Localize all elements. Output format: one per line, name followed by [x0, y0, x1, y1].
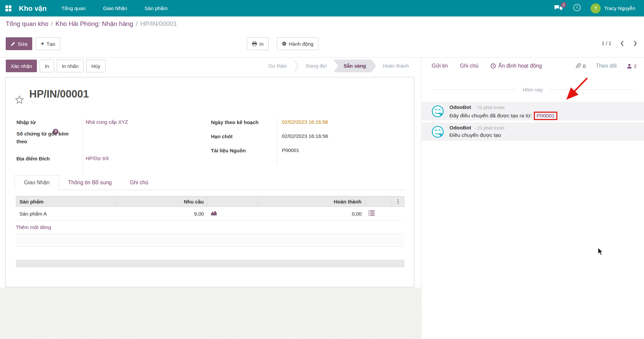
tab-additional-info[interactable]: Thông tin Bổ sung	[59, 176, 121, 190]
messages-button[interactable]: 2	[554, 4, 563, 12]
message-author[interactable]: OdooBot	[449, 104, 471, 110]
follow-button[interactable]: Theo dõi	[596, 63, 616, 69]
deadline-value: 02/02/2023 16:16:56	[282, 133, 328, 139]
cancel-button[interactable]: Hủy	[86, 60, 105, 72]
state-draft[interactable]: Dự thảo	[262, 60, 293, 72]
form-view: Xác nhận In In nhãn Hủy Dự thảo Đang đợi…	[0, 58, 421, 339]
user-avatar: T	[591, 3, 601, 13]
top-navbar: Kho vận Tổng quan Giao Nhận Sản phẩm 2	[0, 0, 644, 16]
pager-next-icon[interactable]: ❯	[633, 40, 637, 46]
state-pipeline: Dự thảo Đang đợi Sẵn sàng Hoàn thành	[262, 60, 416, 72]
followers-count: 2	[634, 63, 637, 69]
view-background	[0, 288, 421, 339]
message[interactable]: OdooBot - 21 phút trước Đây điều chuyển …	[422, 102, 644, 120]
column-product[interactable]: Sản phẩm	[16, 196, 117, 207]
statusbar-buttons: Xác nhận In In nhãn Hủy	[6, 60, 105, 72]
create-button[interactable]: + Tạo	[36, 37, 60, 50]
table-header-row: Sản phẩm Nhu cầu Hoàn thành ⋮	[16, 196, 404, 207]
tab-note[interactable]: Ghi chú	[121, 176, 157, 190]
partner-field-value[interactable]: Nhà cung cấp XYZ	[86, 119, 128, 125]
schedule-activity-button[interactable]: Ấn định hoạt động	[490, 63, 542, 69]
user-name: Tracy Nguyễn	[604, 5, 635, 11]
cell-demand[interactable]: 9,00	[117, 207, 207, 221]
messages-badge: 2	[561, 2, 566, 8]
chatter-actions: Gửi tin Ghi chú Ấn định hoạt động	[432, 63, 542, 69]
statusbar: Xác nhận In In nhãn Hủy Dự thảo Đang đợi…	[6, 59, 416, 73]
add-line-link[interactable]: Thêm một dòng	[16, 224, 51, 230]
print-action-buttons: In Hành động	[247, 37, 318, 50]
message-time: - 21 phút trước	[475, 125, 505, 130]
state-waiting[interactable]: Đang đợi	[299, 60, 334, 72]
message[interactable]: OdooBot - 21 phút trước Điều chuyển được…	[422, 122, 644, 141]
gear-icon	[282, 41, 287, 46]
favorite-star-button[interactable]	[14, 95, 25, 106]
table-row[interactable]: Sản phẩm A 9,00 0,00	[16, 207, 404, 221]
scheduled-date-value[interactable]: 02/02/2023 16:16:56	[282, 119, 328, 125]
message-author[interactable]: OdooBot	[449, 125, 471, 130]
activity-clock-icon	[490, 63, 496, 69]
apps-grid-icon	[5, 5, 11, 11]
empty-table-row	[16, 234, 404, 247]
scheduled-date-label: Ngày theo kế hoạch	[211, 118, 271, 126]
pencil-icon	[11, 41, 15, 46]
activities-button[interactable]	[573, 3, 581, 13]
origin-field-label: Số chứng từ gốc kèm theo	[16, 130, 77, 146]
send-message-button[interactable]: Gửi tin	[432, 63, 448, 69]
cell-product[interactable]: Sản phẩm A	[16, 207, 117, 221]
breadcrumb-overview[interactable]: Tổng quan kho	[6, 20, 48, 27]
log-note-button[interactable]: Ghi chú	[460, 63, 478, 69]
deadline-label: Hạn chót	[211, 133, 271, 140]
breadcrumb-current: HP/IN/00001	[140, 20, 177, 27]
notebook-tabs: Giao Nhận Thông tin Bổ sung Ghi chú	[14, 176, 405, 190]
plus-icon: +	[41, 40, 44, 47]
optional-columns-icon[interactable]: ⋮	[392, 196, 404, 207]
column-demand[interactable]: Nhu cầu	[117, 196, 207, 207]
breadcrumb-picking-type[interactable]: Kho Hải Phòng: Nhận hàng	[55, 20, 133, 27]
chatter-topbar: Gửi tin Ghi chú Ấn định hoạt động 0	[432, 59, 637, 73]
detailed-operations-icon[interactable]	[369, 211, 375, 216]
forecast-chart-icon[interactable]	[211, 210, 217, 216]
cell-done[interactable]: 0,00	[258, 207, 365, 221]
followers-person-icon	[627, 64, 632, 69]
clock-icon	[573, 3, 581, 12]
app-window: Kho vận Tổng quan Giao Nhận Sản phẩm 2	[0, 0, 644, 339]
control-panel: Tổng quan kho/Kho Hải Phòng: Nhận hàng/H…	[0, 16, 644, 58]
navbar-right: 2 T Tracy Nguyễn	[554, 3, 644, 13]
print-label-button[interactable]: In nhãn	[57, 60, 84, 72]
table-footer-bar	[16, 260, 404, 267]
menu-item-transfers[interactable]: Giao Nhận	[103, 5, 127, 11]
app-brand[interactable]: Kho vận	[19, 4, 47, 12]
menu-item-overview[interactable]: Tổng quan	[61, 5, 86, 11]
user-menu[interactable]: T Tracy Nguyễn	[591, 3, 635, 13]
message-text: Điều chuyển được tạo	[449, 132, 505, 138]
message-text: Đây điều chuyển đã được tạo ra từ:P00001	[449, 112, 557, 120]
record-buttons: Sửa + Tạo	[6, 37, 60, 50]
chatter-tools: 0 Theo dõi 2	[576, 63, 637, 69]
print-button[interactable]: In	[247, 37, 269, 50]
star-icon	[14, 95, 25, 105]
destination-field-value[interactable]: HP/Dự trữ	[86, 155, 109, 161]
apps-menu-button[interactable]	[0, 0, 17, 16]
tab-operations[interactable]: Giao Nhận	[14, 175, 59, 190]
state-done[interactable]: Hoàn thành	[376, 60, 416, 72]
main-menu: Tổng quan Giao Nhận Sản phẩm	[61, 5, 168, 11]
message-time: - 21 phút trước	[475, 105, 505, 110]
edit-button[interactable]: Sửa	[6, 37, 32, 50]
validate-button[interactable]: Xác nhận	[6, 60, 37, 72]
print-picking-button[interactable]: In	[40, 60, 54, 72]
attachments-count: 0	[583, 63, 586, 69]
attachments-button[interactable]: 0	[576, 63, 586, 69]
destination-field-label: Địa điểm Đích	[16, 155, 77, 162]
pager-previous-icon[interactable]: ❮	[620, 40, 625, 46]
source-picking-link[interactable]: P00001	[534, 112, 557, 120]
breadcrumb: Tổng quan kho/Kho Hải Phòng: Nhận hàng/H…	[6, 20, 177, 28]
state-ready[interactable]: Sẵn sàng	[334, 60, 376, 72]
action-button[interactable]: Hành động	[277, 37, 318, 50]
source-document-value: P00001	[282, 147, 299, 153]
column-done[interactable]: Hoàn thành	[258, 196, 365, 207]
date-divider: Hôm nay	[432, 87, 634, 92]
add-line-row: Thêm một dòng	[16, 220, 404, 234]
followers-button[interactable]: 2	[627, 63, 637, 69]
chatter-panel: Gửi tin Ghi chú Ấn định hoạt động 0	[422, 58, 644, 339]
menu-item-products[interactable]: Sản phẩm	[144, 5, 167, 11]
